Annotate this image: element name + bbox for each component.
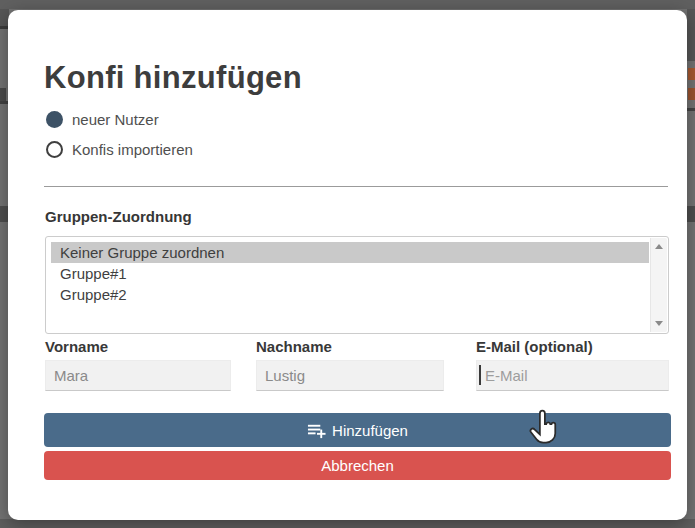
underlying-page-fragment	[687, 108, 695, 111]
cancel-button[interactable]: Abbrechen	[44, 451, 671, 480]
add-button-label: Hinzufügen	[332, 422, 408, 439]
backdrop-overlay[interactable]	[0, 0, 695, 9]
radio-unselected-icon[interactable]	[46, 141, 63, 158]
divider	[44, 186, 668, 187]
underlying-page-fragment	[687, 9, 695, 61]
first-name-label: Vorname	[45, 338, 108, 355]
radio-option-new-user[interactable]: neuer Nutzer	[46, 110, 159, 128]
list-item-group1[interactable]: Gruppe#1	[51, 263, 649, 284]
backdrop-overlay[interactable]	[0, 519, 695, 528]
group-listbox[interactable]: Keiner Gruppe zuordnen Gruppe#1 Gruppe#2	[45, 236, 669, 334]
group-assignment-label: Gruppen-Zuordnung	[45, 208, 192, 225]
underlying-page-fragment	[0, 88, 6, 101]
scroll-down-icon[interactable]	[655, 321, 663, 326]
last-name-label: Nachname	[256, 338, 332, 355]
dialog-title: Konfi hinzufügen	[44, 60, 302, 96]
scroll-up-icon[interactable]	[655, 244, 663, 249]
underlying-page-fragment	[688, 68, 695, 80]
listbox-scrollbar[interactable]	[650, 238, 667, 332]
radio-option-import-konfis[interactable]: Konfis importieren	[46, 140, 193, 158]
cancel-button-label: Abbrechen	[321, 457, 394, 474]
screen: Konfi hinzufügen neuer Nutzer Konfis imp…	[0, 0, 695, 528]
last-name-field[interactable]	[256, 360, 444, 391]
email-field[interactable]	[476, 360, 669, 391]
radio-label: Konfis importieren	[72, 141, 193, 158]
underlying-page-fragment	[688, 88, 695, 100]
list-item-no-group[interactable]: Keiner Gruppe zuordnen	[51, 242, 649, 263]
first-name-field[interactable]	[45, 360, 231, 391]
radio-label: neuer Nutzer	[72, 111, 159, 128]
email-label: E-Mail (optional)	[476, 338, 593, 355]
radio-selected-icon[interactable]	[46, 111, 63, 128]
list-item-group2[interactable]: Gruppe#2	[51, 284, 649, 305]
add-button[interactable]: Hinzufügen	[44, 413, 671, 447]
add-konfi-dialog: Konfi hinzufügen neuer Nutzer Konfis imp…	[8, 10, 687, 520]
playlist-add-icon	[307, 421, 326, 440]
underlying-page-fragment	[687, 206, 695, 222]
text-caret	[479, 365, 481, 385]
